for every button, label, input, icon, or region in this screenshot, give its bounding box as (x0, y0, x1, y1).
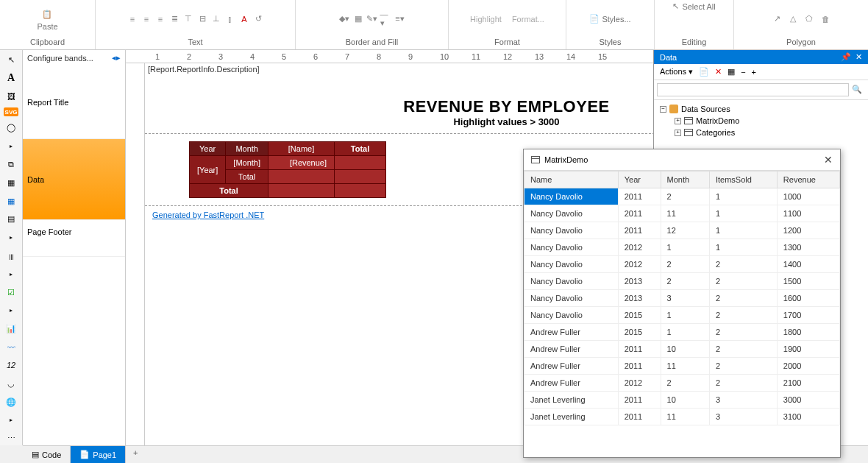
font-color-icon[interactable]: A (238, 13, 250, 25)
valign-middle-icon[interactable]: ⊟ (196, 13, 208, 25)
grid-cell[interactable]: 1100 (777, 205, 839, 222)
grid-cell[interactable]: 1 (709, 239, 777, 256)
align-center-icon[interactable]: ≡ (140, 13, 152, 25)
grid-column-header[interactable]: Month (661, 172, 709, 188)
data-search-input[interactable] (657, 83, 849, 96)
grid-cell[interactable]: Janet Leverling (524, 409, 619, 425)
grid-cell[interactable]: 1300 (777, 239, 839, 256)
actions-dropdown[interactable]: Actions ▾ (660, 67, 693, 77)
grid-cell[interactable]: 3 (709, 392, 777, 409)
grid-cell[interactable]: 2013 (618, 290, 661, 307)
collapse-icon[interactable]: ◂▸ (112, 53, 121, 63)
sparkline-tool[interactable]: 〰 (2, 340, 20, 354)
grid-tool[interactable]: ▦ (2, 194, 20, 208)
grid-cell[interactable]: 2012 (618, 375, 661, 392)
pointer-tool[interactable]: ↖ (2, 53, 20, 67)
poly-tool-2-icon[interactable]: △ (787, 13, 799, 25)
grid-cell[interactable]: 2 (661, 273, 709, 290)
align-right-icon[interactable]: ≡ (154, 13, 166, 25)
matrix-object[interactable]: Year Month [Name] Total [Year] [Month] [… (189, 141, 386, 198)
grid-cell[interactable]: 11 (661, 409, 709, 425)
grid-column-header[interactable]: Revenue (777, 172, 839, 188)
valign-top-icon[interactable]: ⊤ (182, 13, 194, 25)
grid-cell[interactable]: 2 (661, 188, 709, 205)
tab-code[interactable]: ▤ Code (23, 446, 71, 463)
grid-cell[interactable]: 1 (661, 324, 709, 341)
grid-cell[interactable]: Nancy Davolio (524, 188, 619, 205)
grid-cell[interactable]: Janet Leverling (524, 392, 619, 409)
new-icon[interactable]: 📄 (699, 67, 709, 77)
grid-cell[interactable]: Nancy Davolio (524, 256, 619, 273)
grid-cell[interactable]: 12 (661, 222, 709, 239)
format-button[interactable]: Format... (512, 15, 544, 24)
tree-matrixdemo-label[interactable]: MatrixDemo (696, 116, 739, 125)
grid-cell[interactable]: 2 (709, 341, 777, 358)
image-tool[interactable]: 🖼 (2, 90, 20, 104)
data-grid[interactable]: NameYearMonthItemsSoldRevenue Nancy Davo… (524, 171, 840, 425)
table-row[interactable]: Janet Leverling20111033000 (524, 392, 840, 409)
checkbox-tool[interactable]: ☑ (2, 286, 20, 300)
grid-cell[interactable]: 10 (661, 341, 709, 358)
grid-column-header[interactable]: ItemsSold (709, 172, 777, 188)
line-color-icon[interactable]: ✎▾ (366, 13, 378, 25)
grid-cell[interactable]: 11 (661, 205, 709, 222)
number-tool[interactable]: 12 (2, 358, 20, 372)
pin-icon[interactable]: 📌 (841, 52, 851, 62)
expand-v2-icon[interactable]: ▸ (2, 230, 20, 244)
copy-tool[interactable]: ⧉ (2, 158, 20, 172)
grid-cell[interactable]: 2011 (618, 409, 661, 425)
table-row[interactable]: Nancy Davolio2012111300 (524, 239, 840, 256)
mx-total-cell-1[interactable] (335, 156, 386, 170)
grid-cell[interactable]: 2000 (777, 358, 839, 375)
grid-cell[interactable]: 11 (661, 358, 709, 375)
grid-cell[interactable]: 2 (709, 290, 777, 307)
close-panel-icon[interactable]: ✕ (855, 52, 862, 62)
grid-cell[interactable]: 3 (661, 290, 709, 307)
grid-column-header[interactable]: Year (618, 172, 661, 188)
grid-cell[interactable]: 2 (709, 307, 777, 324)
table-row[interactable]: Nancy Davolio2011211000 (524, 188, 840, 205)
grid-cell[interactable]: 3000 (777, 392, 839, 409)
grid-cell[interactable]: 1200 (777, 222, 839, 239)
vertical-text-icon[interactable]: ⫿ (224, 13, 236, 25)
tree-categories-label[interactable]: Categories (696, 128, 735, 137)
table-row[interactable]: Andrew Fuller2015121800 (524, 324, 840, 341)
svg-tool[interactable]: SVG (4, 107, 18, 116)
view-icon[interactable]: ▦ (728, 67, 735, 77)
grid-cell[interactable]: 2 (709, 273, 777, 290)
grid-cell[interactable]: 1000 (777, 188, 839, 205)
minus-icon[interactable]: − (741, 68, 745, 77)
mx-grand-v2[interactable] (335, 184, 386, 198)
mx-inner-total[interactable]: Total (226, 170, 268, 184)
text-tool[interactable]: A (2, 71, 20, 85)
grid-cell[interactable]: Nancy Davolio (524, 222, 619, 239)
pattern-icon[interactable]: ▦ (352, 13, 364, 25)
line-style-icon[interactable]: ≡▾ (394, 13, 406, 25)
grid-cell[interactable]: 2 (709, 256, 777, 273)
mx-year-cell[interactable]: [Year] (190, 156, 226, 184)
expand-v5-icon[interactable]: ▸ (2, 413, 20, 427)
table-tool[interactable]: ▦ (2, 176, 20, 190)
grid-cell[interactable]: Nancy Davolio (524, 205, 619, 222)
grid-cell[interactable]: 3 (709, 409, 777, 425)
matrix-tool[interactable]: ▤ (2, 212, 20, 226)
add-page-button[interactable]: + (126, 446, 145, 463)
mx-month-header[interactable]: Month (226, 142, 268, 156)
tree-toggle-root[interactable]: − (660, 106, 666, 113)
search-icon[interactable]: 🔍 (849, 83, 865, 96)
table-row[interactable]: Nancy Davolio2013321600 (524, 290, 840, 307)
table-row[interactable]: Janet Leverling20111133100 (524, 409, 840, 425)
grid-cell[interactable]: Andrew Fuller (524, 375, 619, 392)
expand-v4-icon[interactable]: ▸ (2, 304, 20, 318)
band-report-title[interactable]: Report Title (23, 66, 125, 139)
grid-cell[interactable]: Nancy Davolio (524, 307, 619, 324)
band-page-footer[interactable]: Page Footer (23, 220, 125, 257)
tree-toggle-matrixdemo[interactable]: + (675, 118, 681, 124)
table-row[interactable]: Nancy Davolio2015121700 (524, 307, 840, 324)
grid-cell[interactable]: 2012 (618, 256, 661, 273)
table-row[interactable]: Nancy Davolio20111111100 (524, 205, 840, 222)
grid-cell[interactable]: 2012 (618, 239, 661, 256)
barcode-tool[interactable]: ⫼ (2, 249, 20, 263)
grid-cell[interactable]: 2 (709, 324, 777, 341)
grid-cell[interactable]: Nancy Davolio (524, 273, 619, 290)
